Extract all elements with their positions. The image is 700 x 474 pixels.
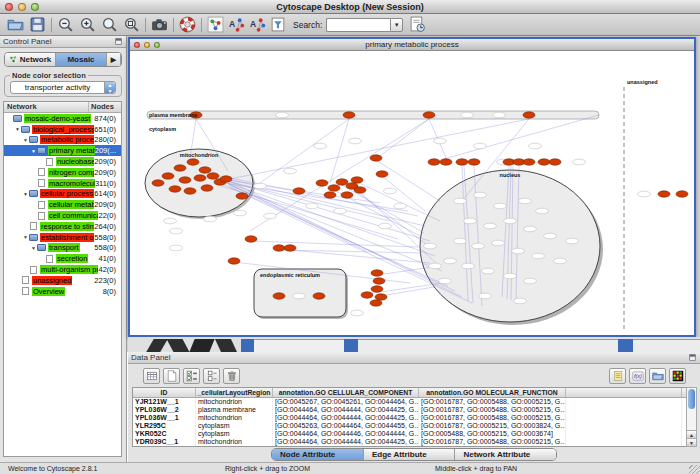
zoom-out-icon[interactable] <box>57 16 74 33</box>
tree-expander-icon[interactable]: ▼ <box>14 126 21 132</box>
table-header-cell[interactable]: annotation.GO CELLULAR_COMPONENT <box>273 388 419 397</box>
table-cell: [GO:0045267, GO:0045261, GO:0044464, G..… <box>273 398 419 406</box>
zoom-window-button[interactable] <box>154 42 160 48</box>
table-cell: [GO:0016787, GO:0005488, GO:0005215, G..… <box>419 406 566 414</box>
tree-row[interactable]: ▼transport558(0) <box>4 243 121 254</box>
tree-row[interactable]: nitrogen compo209(0) <box>4 167 121 178</box>
table-row[interactable]: YKR052Ccytoplasm[GO:0044464, GO:0044446,… <box>133 430 686 438</box>
tree-row[interactable]: nucleobase-209(0) <box>4 156 121 167</box>
svg-text:A: A <box>250 19 256 29</box>
network-window-title: primary metabolic process <box>130 40 694 49</box>
tab-mosaic[interactable]: Mosaic <box>56 53 107 66</box>
folder-icon <box>13 115 22 122</box>
attribute-table-button[interactable] <box>143 368 160 384</box>
search-dropdown-arrow-icon[interactable]: ▼ <box>390 18 403 32</box>
float-panel-icon[interactable] <box>114 37 123 46</box>
attribute-notes-icon <box>612 370 624 382</box>
node-color-selection-group: Node color selection transporter activit… <box>4 75 122 97</box>
table-row[interactable]: YPL036W__2plasma membrane[GO:0044464, GO… <box>133 406 686 414</box>
table-row[interactable]: YLR295Ccytoplasm[GO:0045263, GO:0044464,… <box>133 422 686 430</box>
tab-overflow-arrow[interactable]: ▶ <box>107 53 121 66</box>
formula-builder-button[interactable]: f(x) <box>629 368 646 384</box>
table-header-cell[interactable]: _cellularLayoutRegion <box>196 388 273 397</box>
tree-expander-icon[interactable]: ▼ <box>30 148 37 154</box>
tree-row-node-count: 311(0) <box>95 179 121 188</box>
search-history-icon[interactable] <box>409 16 426 33</box>
zoom-in-icon[interactable] <box>79 16 96 33</box>
tree-row[interactable]: ▼establishment of lo558(0) <box>4 232 121 243</box>
zoom-selected-icon[interactable] <box>101 16 118 33</box>
select-attributes-button[interactable] <box>183 368 200 384</box>
minimize-button[interactable] <box>18 3 26 11</box>
dropdown-stepper-icon: ▲▼ <box>104 82 115 93</box>
edit-network-icon-2[interactable]: A <box>249 16 266 33</box>
unselect-attributes-button[interactable] <box>203 368 220 384</box>
close-button[interactable] <box>134 42 140 48</box>
tab-edge-attribute-browser[interactable]: Edge Attribute Browser <box>364 449 456 460</box>
edit-network-icon-1[interactable]: A <box>228 16 245 33</box>
tree-row[interactable]: ▼biological_process651(0) <box>4 124 121 135</box>
tree-row[interactable]: ▼metabolic process280(0) <box>4 135 121 146</box>
zoom-window-button[interactable] <box>31 3 39 11</box>
tree-expander-icon[interactable]: ▼ <box>22 234 29 240</box>
tree-row[interactable]: cellular metabo209(0) <box>4 199 121 210</box>
tab-node-attribute-browser[interactable]: Node Attribute Browser <box>272 449 364 460</box>
matrix-view-button[interactable] <box>669 368 686 384</box>
table-scrollbar[interactable]: ▲ ▼ <box>686 387 697 447</box>
filter-icon[interactable] <box>270 16 287 33</box>
resize-grip[interactable] <box>689 465 700 474</box>
snapshot-camera-icon[interactable] <box>151 16 168 33</box>
tree-row[interactable]: cell communicat22(0) <box>4 210 121 221</box>
table-cell: [GO:0045263, GO:0044464, GO:0044455, G..… <box>273 422 419 430</box>
vizmapper-icon[interactable] <box>207 16 224 33</box>
table-row[interactable]: YPL036W__1mitochondrion[GO:0044464, GO:0… <box>133 414 686 422</box>
tab-network[interactable]: Network <box>5 53 56 66</box>
table-cell: YPL036W__2 <box>133 406 196 414</box>
minimize-button[interactable] <box>144 42 150 48</box>
help-lifesaver-icon[interactable] <box>179 16 196 33</box>
search-input[interactable] <box>326 18 390 32</box>
data-panel: Data Panel f(x) ID_cellularLayoutRegiona… <box>127 352 700 462</box>
tree-expander-icon[interactable]: ▼ <box>30 245 37 251</box>
delete-attribute-button[interactable] <box>223 368 240 384</box>
save-session-icon[interactable] <box>29 16 46 33</box>
new-attribute-button[interactable] <box>163 368 180 384</box>
node-color-dropdown[interactable]: transporter activity ▲▼ <box>10 81 116 94</box>
tree-row[interactable]: Overview8(0) <box>4 286 121 297</box>
open-session-icon[interactable] <box>7 16 24 33</box>
tree-row[interactable]: unassigned223(0) <box>4 275 121 286</box>
close-button[interactable] <box>5 3 13 11</box>
table-cell: YKR052C <box>133 430 196 438</box>
attribute-notes-button[interactable] <box>609 368 626 384</box>
table-row[interactable]: YDR039C__1mitochondrion[GO:0044464, GO:0… <box>133 438 686 446</box>
tree-row-label: mosaic-demo-yeast <box>24 114 91 123</box>
table-header-cell[interactable] <box>566 388 682 397</box>
tree-row[interactable]: response to stimul264(0) <box>4 221 121 232</box>
tree-expander-icon[interactable]: ▼ <box>22 191 29 197</box>
scrollbar-thumb[interactable] <box>688 389 695 409</box>
tree-row[interactable]: ▼primary metabo209(... <box>4 145 121 156</box>
tree-row-node-count: 22(0) <box>98 211 121 220</box>
zoom-fit-icon[interactable] <box>123 16 140 33</box>
tree-row[interactable]: ▼cellular process614(0) <box>4 189 121 200</box>
float-panel-icon[interactable] <box>688 353 697 362</box>
scroll-up-icon[interactable]: ▲ <box>687 430 696 438</box>
tree-expander-icon[interactable]: ▼ <box>22 137 29 143</box>
tree-row[interactable]: multi-organism pro42(0) <box>4 264 121 275</box>
tab-network-attribute-browser[interactable]: Network Attribute Browser <box>455 449 556 460</box>
network-window-titlebar[interactable]: primary metabolic process <box>130 39 694 51</box>
table-header-cell[interactable]: ID <box>133 388 196 397</box>
network-canvas[interactable]: plasma membranecytoplasmmitochondrionnuc… <box>130 51 694 335</box>
tree-row[interactable]: macromolecule311(0) <box>4 178 121 189</box>
tree-row-node-count: 41(0) <box>98 254 121 263</box>
tree-row-label: unassigned <box>32 276 72 285</box>
tree-row[interactable]: mosaic-demo-yeast874(0) <box>4 113 121 124</box>
tree-row[interactable]: secretion41(0) <box>4 253 121 264</box>
tree-row-node-count: 280(0) <box>94 135 121 144</box>
tree-row-label: cellular process <box>40 189 94 198</box>
table-row[interactable]: YJR121W__1mitochondrion[GO:0045267, GO:0… <box>133 398 686 406</box>
table-header-cell[interactable]: annotation.GO MOLECULAR_FUNCTION <box>419 388 566 397</box>
import-attributes-button[interactable] <box>649 368 666 384</box>
window-title: Cytoscape Desktop (New Session) <box>0 2 700 12</box>
scroll-down-icon[interactable]: ▼ <box>687 438 696 446</box>
